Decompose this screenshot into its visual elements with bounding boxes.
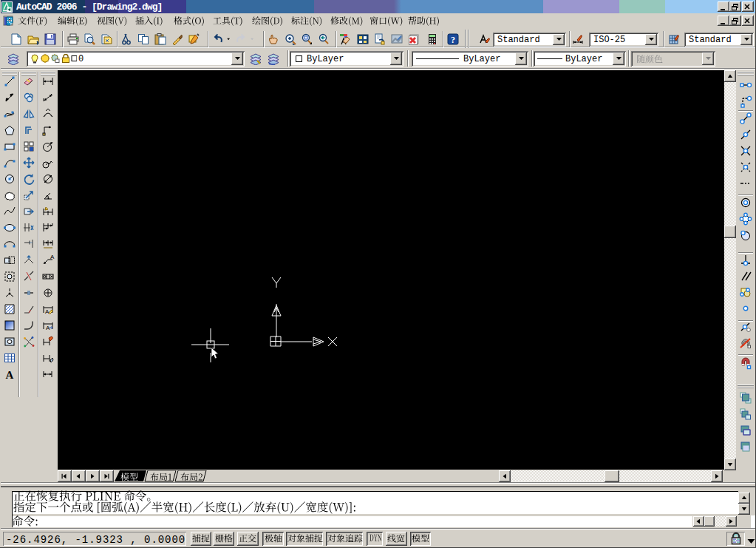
svg-text:A: A <box>50 254 55 260</box>
svg-text:A: A <box>45 308 50 315</box>
svg-text:?: ? <box>451 35 455 45</box>
svg-text:A: A <box>6 369 14 381</box>
